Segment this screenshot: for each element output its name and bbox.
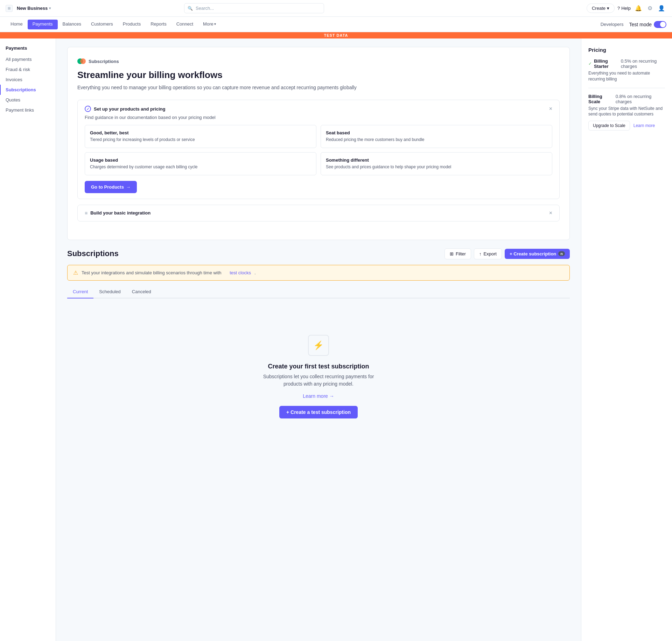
sidebar-title: Payments xyxy=(0,45,56,54)
developers-link[interactable]: Developers xyxy=(601,22,624,27)
pricing-option-desc: See products and prices guidance to help… xyxy=(326,164,547,170)
pricing-option-title: Seat based xyxy=(326,130,547,135)
nav-bar: Home Payments Balances Customers Product… xyxy=(0,17,672,32)
business-name[interactable]: New Business ▾ xyxy=(17,6,51,11)
setup-card-title: ✓ Set up your products and pricing xyxy=(85,106,165,112)
build-integration-card: ≡ Build your basic integration × xyxy=(77,205,560,221)
hero-header: Subscriptions xyxy=(77,57,560,65)
nav-item-balances[interactable]: Balances xyxy=(58,17,86,32)
more-chevron-icon: ▾ xyxy=(214,22,216,26)
warning-banner: ⚠ Test your integrations and simulate bi… xyxy=(67,265,570,281)
empty-icon-symbol: ⚡ xyxy=(313,340,324,350)
search-input[interactable] xyxy=(184,3,324,13)
warning-icon: ⚠ xyxy=(73,269,78,276)
pricing-panel-title: Pricing xyxy=(588,47,665,53)
nav-items: Home Payments Balances Customers Product… xyxy=(6,17,601,32)
export-icon: ↑ xyxy=(479,251,482,256)
create-subscription-label: + Create subscription xyxy=(510,251,556,256)
profile-button[interactable]: 👤 xyxy=(657,3,666,13)
sidebar-item-payment-links[interactable]: Payment links xyxy=(0,105,56,115)
pricing-option-something-different[interactable]: Something different See products and pri… xyxy=(321,152,552,175)
billing-starter-desc: Everything you need to automate recurrin… xyxy=(588,70,665,82)
test-mode-label: Test mode xyxy=(629,22,652,27)
pricing-option-usage-based[interactable]: Usage based Charges determined by custom… xyxy=(85,152,316,175)
create-label: Create xyxy=(592,6,606,11)
build-card-title: ≡ Build your basic integration xyxy=(85,210,150,216)
filter-icon: ⊞ xyxy=(450,251,454,256)
export-button[interactable]: ↑ Export xyxy=(474,248,502,259)
tab-canceled[interactable]: Canceled xyxy=(126,286,157,298)
nav-right: Developers Test mode xyxy=(601,21,666,28)
search-bar: 🔍 xyxy=(184,3,324,13)
learn-more-pricing-link[interactable]: Learn more xyxy=(634,123,655,128)
pricing-option-title: Usage based xyxy=(90,157,311,163)
build-card-close-button[interactable]: × xyxy=(549,210,552,216)
build-card-header: ≡ Build your basic integration × xyxy=(85,210,552,216)
billing-starter-rate: 0.5% on recurring charges xyxy=(621,58,665,69)
create-test-subscription-button[interactable]: + Create a test subscription xyxy=(279,406,358,418)
section-actions: ⊞ Filter ↑ Export + Create subscription … xyxy=(444,248,570,259)
test-mode-toggle[interactable] xyxy=(654,21,666,28)
nav-item-products[interactable]: Products xyxy=(118,17,146,32)
test-data-banner: TEST DATA xyxy=(0,32,672,38)
nav-item-reports[interactable]: Reports xyxy=(146,17,172,32)
pricing-option-seat-based[interactable]: Seat based Reduced pricing the more cust… xyxy=(321,125,552,148)
billing-scale-plan: Billing Scale 0.8% on recurring charges … xyxy=(588,94,665,131)
nav-item-home[interactable]: Home xyxy=(6,17,28,32)
help-label: Help xyxy=(621,6,631,11)
setup-card-subtitle: Find guidance in our documentation based… xyxy=(85,115,552,120)
sidebar-item-quotes[interactable]: Quotes xyxy=(0,95,56,105)
tab-current[interactable]: Current xyxy=(67,286,93,298)
billing-starter-header: ✓ Billing Starter 0.5% on recurring char… xyxy=(588,58,665,69)
list-icon: ≡ xyxy=(85,210,88,216)
create-button[interactable]: Create ▾ xyxy=(587,3,615,13)
sidebar-item-all-payments[interactable]: All payments xyxy=(0,54,56,64)
nav-item-payments[interactable]: Payments xyxy=(28,20,58,29)
main-layout: Payments All payments Fraud & risk Invoi… xyxy=(0,38,672,641)
sidebar-item-fraud-risk[interactable]: Fraud & risk xyxy=(0,64,56,75)
tab-scheduled[interactable]: Scheduled xyxy=(93,286,126,298)
go-to-products-button[interactable]: Go to Products → xyxy=(85,181,137,193)
warning-text: Test your integrations and simulate bill… xyxy=(82,270,222,275)
filter-button[interactable]: ⊞ Filter xyxy=(444,248,471,259)
stripe-logo xyxy=(77,57,86,65)
hero-description: Everything you need to manage your billi… xyxy=(77,84,560,91)
help-button[interactable]: ? Help xyxy=(617,6,631,11)
search-icon: 🔍 xyxy=(188,6,193,11)
hero-section: Subscriptions Streamline your billing wo… xyxy=(67,47,570,240)
setup-card-header: ✓ Set up your products and pricing × xyxy=(85,106,552,112)
create-subscription-badge: n xyxy=(558,251,565,256)
sidebar-item-invoices[interactable]: Invoices xyxy=(0,75,56,85)
hero-section-label: Subscriptions xyxy=(89,59,119,64)
top-bar: ⊞ New Business ▾ 🔍 Create ▾ ? Help 🔔 ⚙ 👤 xyxy=(0,0,672,17)
empty-state-icon: ⚡ xyxy=(308,335,329,356)
check-icon: ✓ xyxy=(588,61,592,66)
pricing-option-desc: Charges determined by customer usage eac… xyxy=(90,164,311,170)
hero-title: Streamline your billing workflows xyxy=(77,70,560,80)
learn-more-link[interactable]: Learn more → xyxy=(303,393,334,399)
go-products-label: Go to Products xyxy=(91,184,124,190)
notifications-button[interactable]: 🔔 xyxy=(634,3,643,13)
nav-item-more[interactable]: More ▾ xyxy=(198,17,221,32)
billing-scale-desc: Sync your Stripe data with NetSuite and … xyxy=(588,106,665,118)
setup-card-close-button[interactable]: × xyxy=(549,106,552,112)
setup-card: ✓ Set up your products and pricing × Fin… xyxy=(77,100,560,199)
pricing-option-good-better-best[interactable]: Good, better, best Tiered pricing for in… xyxy=(85,125,316,148)
empty-state-title: Create your first test subscription xyxy=(268,363,369,370)
settings-button[interactable]: ⚙ xyxy=(646,3,654,13)
subscriptions-section-title: Subscriptions xyxy=(67,249,119,258)
sidebar-item-subscriptions[interactable]: Subscriptions xyxy=(0,85,56,95)
nav-item-customers[interactable]: Customers xyxy=(86,17,118,32)
upgrade-to-scale-button[interactable]: Upgrade to Scale xyxy=(588,121,630,131)
top-right-actions: Create ▾ ? Help 🔔 ⚙ 👤 xyxy=(587,3,666,13)
business-chevron-icon: ▾ xyxy=(49,6,51,10)
nav-item-connect[interactable]: Connect xyxy=(172,17,198,32)
business-name-label: New Business xyxy=(17,6,48,11)
sidebar: Payments All payments Fraud & risk Invoi… xyxy=(0,38,56,641)
empty-state-description: Subscriptions let you collect recurring … xyxy=(262,373,374,388)
billing-scale-name: Billing Scale xyxy=(588,94,614,104)
test-clocks-link[interactable]: test clocks xyxy=(230,270,251,275)
billing-starter-name: Billing Starter xyxy=(594,58,619,69)
create-chevron-icon: ▾ xyxy=(607,6,609,11)
create-subscription-button[interactable]: + Create subscription n xyxy=(505,249,570,259)
